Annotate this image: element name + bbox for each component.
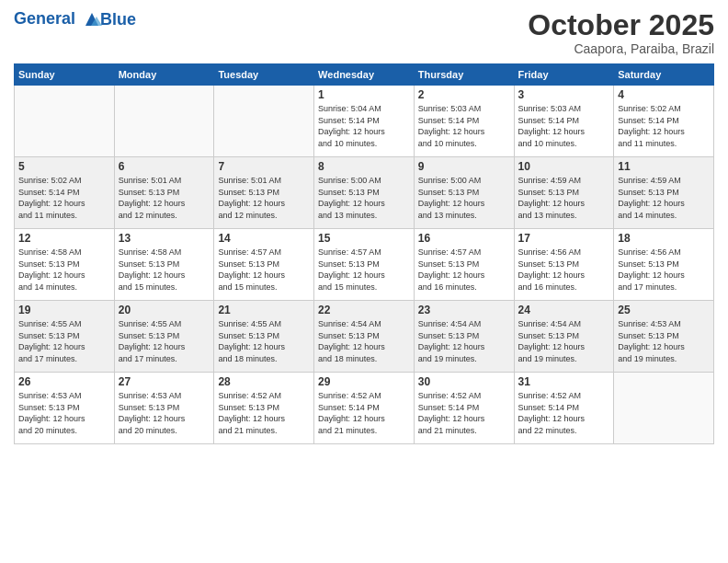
page: General Blue October 2025 Caapora, Parai… — [0, 0, 728, 563]
calendar-cell: 26Sunrise: 4:53 AM Sunset: 5:13 PM Dayli… — [15, 373, 115, 444]
day-info: Sunrise: 4:52 AM Sunset: 5:14 PM Dayligh… — [418, 390, 510, 436]
calendar-cell: 27Sunrise: 4:53 AM Sunset: 5:13 PM Dayli… — [114, 373, 214, 444]
location: Caapora, Paraiba, Brazil — [528, 41, 714, 56]
day-number: 2 — [418, 88, 510, 101]
weekday-header-monday: Monday — [114, 64, 214, 86]
calendar-cell: 17Sunrise: 4:56 AM Sunset: 5:13 PM Dayli… — [514, 229, 614, 301]
day-info: Sunrise: 4:54 AM Sunset: 5:13 PM Dayligh… — [418, 318, 510, 364]
calendar-cell: 21Sunrise: 4:55 AM Sunset: 5:13 PM Dayli… — [214, 301, 314, 373]
day-info: Sunrise: 4:53 AM Sunset: 5:13 PM Dayligh… — [618, 318, 710, 364]
day-number: 12 — [18, 232, 110, 245]
day-info: Sunrise: 4:53 AM Sunset: 5:13 PM Dayligh… — [18, 390, 110, 436]
day-number: 10 — [518, 160, 610, 173]
calendar-cell: 18Sunrise: 4:56 AM Sunset: 5:13 PM Dayli… — [614, 229, 714, 301]
day-info: Sunrise: 5:01 AM Sunset: 5:13 PM Dayligh… — [119, 175, 210, 221]
calendar-cell: 10Sunrise: 4:59 AM Sunset: 5:13 PM Dayli… — [514, 157, 614, 229]
calendar-week-3: 12Sunrise: 4:58 AM Sunset: 5:13 PM Dayli… — [15, 229, 714, 301]
day-number: 5 — [18, 160, 110, 173]
day-number: 21 — [218, 304, 310, 316]
day-number: 28 — [218, 375, 310, 388]
day-info: Sunrise: 4:52 AM Sunset: 5:14 PM Dayligh… — [518, 390, 610, 436]
calendar-cell: 29Sunrise: 4:52 AM Sunset: 5:14 PM Dayli… — [314, 373, 415, 444]
day-info: Sunrise: 4:53 AM Sunset: 5:13 PM Dayligh… — [119, 390, 210, 436]
day-info: Sunrise: 4:59 AM Sunset: 5:13 PM Dayligh… — [518, 175, 610, 221]
day-number: 1 — [318, 88, 410, 101]
calendar-table: SundayMondayTuesdayWednesdayThursdayFrid… — [14, 63, 714, 444]
day-info: Sunrise: 4:55 AM Sunset: 5:13 PM Dayligh… — [218, 318, 310, 364]
calendar-week-5: 26Sunrise: 4:53 AM Sunset: 5:13 PM Dayli… — [15, 373, 714, 444]
day-number: 7 — [218, 160, 310, 173]
day-number: 29 — [318, 375, 410, 388]
weekday-header-friday: Friday — [514, 64, 614, 86]
logo: General Blue — [14, 9, 136, 29]
day-number: 3 — [518, 88, 610, 101]
calendar-cell: 31Sunrise: 4:52 AM Sunset: 5:14 PM Dayli… — [514, 373, 614, 444]
day-info: Sunrise: 5:03 AM Sunset: 5:14 PM Dayligh… — [418, 103, 510, 149]
logo-text: General — [14, 9, 102, 29]
day-number: 4 — [618, 88, 710, 101]
logo-icon — [82, 9, 102, 29]
day-info: Sunrise: 5:04 AM Sunset: 5:14 PM Dayligh… — [318, 103, 410, 149]
day-number: 9 — [418, 160, 510, 173]
weekday-header-row: SundayMondayTuesdayWednesdayThursdayFrid… — [15, 64, 714, 86]
calendar-cell: 9Sunrise: 5:00 AM Sunset: 5:13 PM Daylig… — [414, 157, 514, 229]
calendar-cell — [114, 86, 214, 157]
header: General Blue October 2025 Caapora, Parai… — [14, 9, 714, 56]
day-number: 16 — [418, 232, 510, 245]
day-info: Sunrise: 5:01 AM Sunset: 5:13 PM Dayligh… — [218, 175, 310, 221]
calendar-cell: 28Sunrise: 4:52 AM Sunset: 5:13 PM Dayli… — [214, 373, 314, 444]
day-number: 15 — [318, 232, 410, 245]
weekday-header-sunday: Sunday — [15, 64, 115, 86]
calendar-cell: 16Sunrise: 4:57 AM Sunset: 5:13 PM Dayli… — [414, 229, 514, 301]
logo-blue: Blue — [100, 10, 136, 29]
calendar-cell — [614, 373, 714, 444]
day-number: 19 — [18, 304, 110, 316]
weekday-header-saturday: Saturday — [614, 64, 714, 86]
day-info: Sunrise: 5:03 AM Sunset: 5:14 PM Dayligh… — [518, 103, 610, 149]
day-number: 17 — [518, 232, 610, 245]
weekday-header-wednesday: Wednesday — [314, 64, 415, 86]
calendar-cell: 20Sunrise: 4:55 AM Sunset: 5:13 PM Dayli… — [114, 301, 214, 373]
calendar-cell: 11Sunrise: 4:59 AM Sunset: 5:13 PM Dayli… — [614, 157, 714, 229]
calendar-cell: 22Sunrise: 4:54 AM Sunset: 5:13 PM Dayli… — [314, 301, 415, 373]
day-info: Sunrise: 4:57 AM Sunset: 5:13 PM Dayligh… — [418, 247, 510, 293]
calendar-cell: 24Sunrise: 4:54 AM Sunset: 5:13 PM Dayli… — [514, 301, 614, 373]
day-number: 31 — [518, 375, 610, 388]
day-number: 27 — [119, 375, 210, 388]
calendar-cell: 1Sunrise: 5:04 AM Sunset: 5:14 PM Daylig… — [314, 86, 415, 157]
calendar-cell: 5Sunrise: 5:02 AM Sunset: 5:14 PM Daylig… — [15, 157, 115, 229]
calendar-cell: 7Sunrise: 5:01 AM Sunset: 5:13 PM Daylig… — [214, 157, 314, 229]
day-number: 20 — [119, 304, 210, 316]
day-number: 18 — [618, 232, 710, 245]
calendar-cell — [15, 86, 115, 157]
day-number: 30 — [418, 375, 510, 388]
day-number: 22 — [318, 304, 410, 316]
calendar-week-2: 5Sunrise: 5:02 AM Sunset: 5:14 PM Daylig… — [15, 157, 714, 229]
day-number: 8 — [318, 160, 410, 173]
day-info: Sunrise: 4:54 AM Sunset: 5:13 PM Dayligh… — [318, 318, 410, 364]
weekday-header-thursday: Thursday — [414, 64, 514, 86]
calendar-week-4: 19Sunrise: 4:55 AM Sunset: 5:13 PM Dayli… — [15, 301, 714, 373]
day-number: 11 — [618, 160, 710, 173]
day-number: 6 — [119, 160, 210, 173]
calendar-cell: 2Sunrise: 5:03 AM Sunset: 5:14 PM Daylig… — [414, 86, 514, 157]
day-info: Sunrise: 4:55 AM Sunset: 5:13 PM Dayligh… — [18, 318, 110, 364]
weekday-header-tuesday: Tuesday — [214, 64, 314, 86]
day-number: 13 — [119, 232, 210, 245]
logo-general: General — [14, 9, 75, 28]
day-info: Sunrise: 5:00 AM Sunset: 5:13 PM Dayligh… — [418, 175, 510, 221]
calendar-cell: 19Sunrise: 4:55 AM Sunset: 5:13 PM Dayli… — [15, 301, 115, 373]
calendar-cell: 4Sunrise: 5:02 AM Sunset: 5:14 PM Daylig… — [614, 86, 714, 157]
day-info: Sunrise: 4:52 AM Sunset: 5:13 PM Dayligh… — [218, 390, 310, 436]
day-number: 25 — [618, 304, 710, 316]
day-info: Sunrise: 4:56 AM Sunset: 5:13 PM Dayligh… — [618, 247, 710, 293]
day-info: Sunrise: 4:56 AM Sunset: 5:13 PM Dayligh… — [518, 247, 610, 293]
calendar-cell: 14Sunrise: 4:57 AM Sunset: 5:13 PM Dayli… — [214, 229, 314, 301]
title-block: October 2025 Caapora, Paraiba, Brazil — [528, 9, 714, 56]
day-number: 14 — [218, 232, 310, 245]
calendar-cell: 13Sunrise: 4:58 AM Sunset: 5:13 PM Dayli… — [114, 229, 214, 301]
calendar-cell: 23Sunrise: 4:54 AM Sunset: 5:13 PM Dayli… — [414, 301, 514, 373]
calendar-cell: 6Sunrise: 5:01 AM Sunset: 5:13 PM Daylig… — [114, 157, 214, 229]
calendar-cell — [214, 86, 314, 157]
day-info: Sunrise: 4:55 AM Sunset: 5:13 PM Dayligh… — [119, 318, 210, 364]
